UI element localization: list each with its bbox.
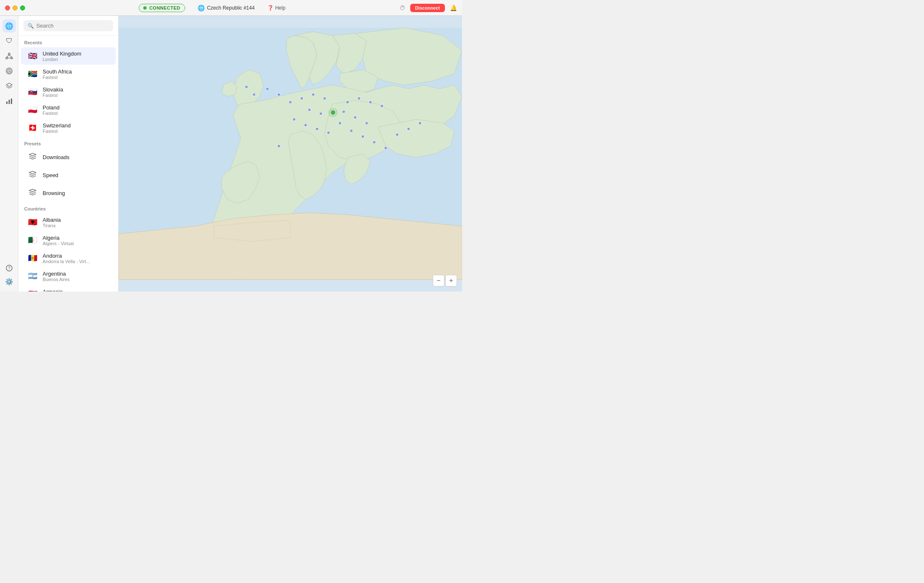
map-area[interactable]: − +: [119, 16, 462, 292]
map-controls: − +: [433, 275, 457, 286]
zoom-out-button[interactable]: −: [433, 275, 444, 286]
connected-badge: CONNECTED: [139, 4, 185, 12]
item-title-browsing: Browsing: [43, 190, 65, 196]
svg-point-21: [289, 101, 292, 104]
browsing-icon: [27, 187, 38, 199]
item-title-speed: Speed: [43, 172, 58, 178]
item-title-pl: Poland: [43, 104, 59, 111]
sidebar-item-globe[interactable]: 🌐: [3, 19, 16, 33]
svg-point-31: [342, 110, 345, 113]
item-sub-pl: Fastest: [43, 111, 59, 116]
list-item-downloads[interactable]: Downloads: [21, 148, 116, 166]
svg-line-4: [9, 55, 12, 57]
globe-icon: 🌐: [198, 5, 205, 11]
svg-point-18: [253, 93, 256, 96]
svg-rect-10: [8, 100, 10, 104]
list-item-speed[interactable]: Speed: [21, 166, 116, 184]
search-input-wrap[interactable]: 🔍: [23, 20, 113, 31]
item-text-za: South Africa Fastest: [43, 68, 72, 80]
item-title-am: Armenia: [43, 289, 76, 292]
list-item-ar[interactable]: 🇦🇷 Argentina Buenos Aires: [21, 267, 116, 285]
item-sub-uk: London: [43, 57, 81, 62]
icon-sidebar: 🌐 🛡: [0, 16, 18, 292]
svg-point-20: [277, 93, 280, 96]
item-text-ad: Andorra Andorra la Vella - Virt...: [43, 253, 90, 264]
sidebar-item-layers[interactable]: [3, 79, 16, 93]
svg-point-41: [419, 122, 421, 124]
sidebar-item-settings[interactable]: ⚙️: [3, 275, 16, 288]
svg-point-0: [8, 53, 10, 55]
item-text-dz: Algeria Algiers - Virtual: [43, 235, 74, 246]
list-item-browsing[interactable]: Browsing: [21, 184, 116, 202]
list-item-pl[interactable]: 🇵🇱 Poland Fastest: [21, 101, 116, 119]
sidebar-item-target[interactable]: [3, 64, 16, 78]
list-item-sk[interactable]: 🇸🇰 Slovakia Fastest: [21, 83, 116, 101]
search-input[interactable]: [36, 23, 109, 29]
svg-point-39: [396, 133, 399, 136]
list-item-ad[interactable]: 🇦🇩 Andorra Andorra la Vella - Virt...: [21, 249, 116, 267]
help-button[interactable]: ❓ Help: [267, 5, 286, 11]
sidebar-item-help[interactable]: ?: [3, 261, 16, 275]
server-info: 🌐 Czech Republic #144: [198, 5, 255, 11]
flag-sk: 🇸🇰: [27, 86, 38, 98]
maximize-button[interactable]: [20, 5, 25, 10]
presets-label: Presets: [18, 137, 118, 148]
list-item-al[interactable]: 🇦🇱 Albania Tirana: [21, 213, 116, 231]
panel-sidebar: 🔍 Recents 🇬🇧 United Kingdom London 🇿🇦 So…: [18, 16, 119, 292]
flag-ad: 🇦🇩: [27, 252, 38, 264]
svg-point-1: [6, 57, 8, 59]
item-title-za: South Africa: [43, 68, 72, 75]
item-sub-sk: Fastest: [43, 93, 63, 98]
svg-point-46: [277, 144, 280, 147]
item-title-uk: United Kingdom: [43, 51, 81, 57]
svg-point-27: [369, 101, 372, 104]
connected-label: CONNECTED: [149, 5, 180, 10]
svg-point-37: [373, 141, 376, 144]
list-item-za[interactable]: 🇿🇦 South Africa Fastest: [21, 65, 116, 83]
item-text-downloads: Downloads: [43, 154, 69, 160]
svg-point-43: [304, 124, 307, 127]
item-text-sk: Slovakia Fastest: [43, 86, 63, 98]
list-item-ch[interactable]: 🇨🇭 Switzerland Fastest: [21, 119, 116, 137]
minimize-button[interactable]: [13, 5, 18, 10]
flag-uk: 🇬🇧: [27, 50, 38, 62]
flag-pl: 🇵🇱: [27, 104, 38, 116]
svg-point-30: [319, 112, 322, 115]
svg-point-29: [308, 108, 311, 111]
bell-icon[interactable]: 🔔: [450, 5, 457, 11]
list-item-am[interactable]: 🇦🇲 Armenia Yerevan - Virtual: [21, 285, 116, 292]
search-icon: 🔍: [28, 23, 34, 29]
recents-label: Recents: [18, 36, 118, 47]
zoom-in-button[interactable]: +: [445, 275, 457, 286]
svg-point-40: [407, 127, 410, 130]
sidebar-item-mesh[interactable]: [3, 49, 16, 63]
map-svg: [119, 16, 462, 292]
svg-point-22: [300, 97, 303, 100]
list-item-dz[interactable]: 🇩🇿 Algeria Algiers - Virtual: [21, 231, 116, 249]
timer-icon: ⏱: [399, 5, 405, 11]
titlebar-right: ⏱ Disconnect 🔔: [399, 4, 457, 12]
close-button[interactable]: [5, 5, 10, 10]
svg-point-19: [266, 87, 269, 90]
svg-point-2: [11, 57, 13, 59]
sidebar-item-stats[interactable]: [3, 94, 16, 108]
list-item-uk[interactable]: 🇬🇧 United Kingdom London: [21, 47, 116, 65]
svg-point-35: [350, 129, 353, 132]
item-sub-al: Tirana: [43, 223, 61, 228]
icon-sidebar-bottom: ? ⚙️: [3, 261, 16, 288]
speed-icon: [27, 169, 38, 181]
svg-point-38: [384, 147, 387, 150]
item-text-am: Armenia Yerevan - Virtual: [43, 289, 76, 292]
item-text-browsing: Browsing: [43, 190, 65, 196]
item-text-pl: Poland Fastest: [43, 104, 59, 116]
connected-dot: [143, 6, 147, 10]
item-text-al: Albania Tirana: [43, 217, 61, 228]
item-title-downloads: Downloads: [43, 154, 69, 160]
flag-za: 🇿🇦: [27, 68, 38, 80]
svg-point-44: [315, 127, 318, 130]
sidebar-item-shield[interactable]: 🛡: [3, 34, 16, 48]
item-sub-dz: Algiers - Virtual: [43, 241, 74, 246]
server-name: Czech Republic #144: [207, 5, 255, 11]
item-sub-ar: Buenos Aires: [43, 277, 70, 282]
disconnect-button[interactable]: Disconnect: [410, 4, 445, 12]
